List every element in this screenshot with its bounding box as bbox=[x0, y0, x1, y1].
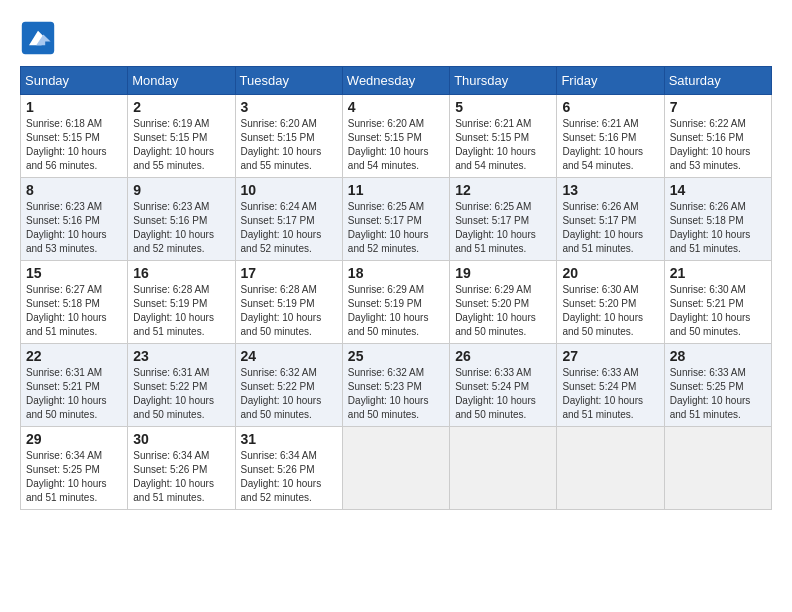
day-info: Sunrise: 6:18 AM Sunset: 5:15 PM Dayligh… bbox=[26, 117, 122, 173]
day-info: Sunrise: 6:34 AM Sunset: 5:25 PM Dayligh… bbox=[26, 449, 122, 505]
calendar-week-3: 15Sunrise: 6:27 AM Sunset: 5:18 PM Dayli… bbox=[21, 261, 772, 344]
day-info: Sunrise: 6:29 AM Sunset: 5:20 PM Dayligh… bbox=[455, 283, 551, 339]
day-info: Sunrise: 6:19 AM Sunset: 5:15 PM Dayligh… bbox=[133, 117, 229, 173]
calendar-week-2: 8Sunrise: 6:23 AM Sunset: 5:16 PM Daylig… bbox=[21, 178, 772, 261]
day-number: 29 bbox=[26, 431, 122, 447]
weekday-header-row: SundayMondayTuesdayWednesdayThursdayFrid… bbox=[21, 67, 772, 95]
day-number: 9 bbox=[133, 182, 229, 198]
day-number: 22 bbox=[26, 348, 122, 364]
calendar-day-28: 28Sunrise: 6:33 AM Sunset: 5:25 PM Dayli… bbox=[664, 344, 771, 427]
day-info: Sunrise: 6:20 AM Sunset: 5:15 PM Dayligh… bbox=[348, 117, 444, 173]
day-number: 7 bbox=[670, 99, 766, 115]
day-number: 20 bbox=[562, 265, 658, 281]
calendar-day-24: 24Sunrise: 6:32 AM Sunset: 5:22 PM Dayli… bbox=[235, 344, 342, 427]
calendar-day-25: 25Sunrise: 6:32 AM Sunset: 5:23 PM Dayli… bbox=[342, 344, 449, 427]
calendar-day-6: 6Sunrise: 6:21 AM Sunset: 5:16 PM Daylig… bbox=[557, 95, 664, 178]
day-number: 5 bbox=[455, 99, 551, 115]
calendar-day-7: 7Sunrise: 6:22 AM Sunset: 5:16 PM Daylig… bbox=[664, 95, 771, 178]
day-info: Sunrise: 6:32 AM Sunset: 5:23 PM Dayligh… bbox=[348, 366, 444, 422]
calendar-day-21: 21Sunrise: 6:30 AM Sunset: 5:21 PM Dayli… bbox=[664, 261, 771, 344]
day-info: Sunrise: 6:20 AM Sunset: 5:15 PM Dayligh… bbox=[241, 117, 337, 173]
empty-cell bbox=[664, 427, 771, 510]
day-number: 1 bbox=[26, 99, 122, 115]
day-number: 23 bbox=[133, 348, 229, 364]
weekday-sunday: Sunday bbox=[21, 67, 128, 95]
empty-cell bbox=[557, 427, 664, 510]
logo-icon bbox=[20, 20, 56, 56]
weekday-saturday: Saturday bbox=[664, 67, 771, 95]
weekday-thursday: Thursday bbox=[450, 67, 557, 95]
day-number: 17 bbox=[241, 265, 337, 281]
day-info: Sunrise: 6:30 AM Sunset: 5:21 PM Dayligh… bbox=[670, 283, 766, 339]
empty-cell bbox=[450, 427, 557, 510]
calendar-day-27: 27Sunrise: 6:33 AM Sunset: 5:24 PM Dayli… bbox=[557, 344, 664, 427]
calendar-day-26: 26Sunrise: 6:33 AM Sunset: 5:24 PM Dayli… bbox=[450, 344, 557, 427]
day-info: Sunrise: 6:31 AM Sunset: 5:21 PM Dayligh… bbox=[26, 366, 122, 422]
day-number: 4 bbox=[348, 99, 444, 115]
day-info: Sunrise: 6:26 AM Sunset: 5:18 PM Dayligh… bbox=[670, 200, 766, 256]
day-number: 21 bbox=[670, 265, 766, 281]
day-number: 11 bbox=[348, 182, 444, 198]
calendar-day-22: 22Sunrise: 6:31 AM Sunset: 5:21 PM Dayli… bbox=[21, 344, 128, 427]
calendar-header: SundayMondayTuesdayWednesdayThursdayFrid… bbox=[21, 67, 772, 95]
empty-cell bbox=[342, 427, 449, 510]
day-info: Sunrise: 6:33 AM Sunset: 5:24 PM Dayligh… bbox=[562, 366, 658, 422]
day-info: Sunrise: 6:23 AM Sunset: 5:16 PM Dayligh… bbox=[133, 200, 229, 256]
day-number: 12 bbox=[455, 182, 551, 198]
day-info: Sunrise: 6:27 AM Sunset: 5:18 PM Dayligh… bbox=[26, 283, 122, 339]
calendar-day-13: 13Sunrise: 6:26 AM Sunset: 5:17 PM Dayli… bbox=[557, 178, 664, 261]
calendar-day-19: 19Sunrise: 6:29 AM Sunset: 5:20 PM Dayli… bbox=[450, 261, 557, 344]
day-info: Sunrise: 6:28 AM Sunset: 5:19 PM Dayligh… bbox=[241, 283, 337, 339]
day-number: 27 bbox=[562, 348, 658, 364]
day-number: 24 bbox=[241, 348, 337, 364]
day-info: Sunrise: 6:31 AM Sunset: 5:22 PM Dayligh… bbox=[133, 366, 229, 422]
day-number: 10 bbox=[241, 182, 337, 198]
calendar-day-14: 14Sunrise: 6:26 AM Sunset: 5:18 PM Dayli… bbox=[664, 178, 771, 261]
day-info: Sunrise: 6:33 AM Sunset: 5:24 PM Dayligh… bbox=[455, 366, 551, 422]
day-info: Sunrise: 6:28 AM Sunset: 5:19 PM Dayligh… bbox=[133, 283, 229, 339]
calendar-day-20: 20Sunrise: 6:30 AM Sunset: 5:20 PM Dayli… bbox=[557, 261, 664, 344]
day-number: 8 bbox=[26, 182, 122, 198]
calendar-day-11: 11Sunrise: 6:25 AM Sunset: 5:17 PM Dayli… bbox=[342, 178, 449, 261]
day-info: Sunrise: 6:25 AM Sunset: 5:17 PM Dayligh… bbox=[348, 200, 444, 256]
calendar-day-8: 8Sunrise: 6:23 AM Sunset: 5:16 PM Daylig… bbox=[21, 178, 128, 261]
calendar-day-1: 1Sunrise: 6:18 AM Sunset: 5:15 PM Daylig… bbox=[21, 95, 128, 178]
day-number: 31 bbox=[241, 431, 337, 447]
page-header bbox=[20, 20, 772, 56]
calendar-day-30: 30Sunrise: 6:34 AM Sunset: 5:26 PM Dayli… bbox=[128, 427, 235, 510]
calendar-day-23: 23Sunrise: 6:31 AM Sunset: 5:22 PM Dayli… bbox=[128, 344, 235, 427]
weekday-tuesday: Tuesday bbox=[235, 67, 342, 95]
day-number: 3 bbox=[241, 99, 337, 115]
day-info: Sunrise: 6:22 AM Sunset: 5:16 PM Dayligh… bbox=[670, 117, 766, 173]
calendar-day-2: 2Sunrise: 6:19 AM Sunset: 5:15 PM Daylig… bbox=[128, 95, 235, 178]
calendar-day-17: 17Sunrise: 6:28 AM Sunset: 5:19 PM Dayli… bbox=[235, 261, 342, 344]
weekday-wednesday: Wednesday bbox=[342, 67, 449, 95]
calendar-day-31: 31Sunrise: 6:34 AM Sunset: 5:26 PM Dayli… bbox=[235, 427, 342, 510]
day-info: Sunrise: 6:30 AM Sunset: 5:20 PM Dayligh… bbox=[562, 283, 658, 339]
calendar-day-5: 5Sunrise: 6:21 AM Sunset: 5:15 PM Daylig… bbox=[450, 95, 557, 178]
day-info: Sunrise: 6:32 AM Sunset: 5:22 PM Dayligh… bbox=[241, 366, 337, 422]
day-info: Sunrise: 6:21 AM Sunset: 5:16 PM Dayligh… bbox=[562, 117, 658, 173]
calendar-day-4: 4Sunrise: 6:20 AM Sunset: 5:15 PM Daylig… bbox=[342, 95, 449, 178]
day-number: 15 bbox=[26, 265, 122, 281]
day-number: 18 bbox=[348, 265, 444, 281]
calendar-week-1: 1Sunrise: 6:18 AM Sunset: 5:15 PM Daylig… bbox=[21, 95, 772, 178]
calendar-day-9: 9Sunrise: 6:23 AM Sunset: 5:16 PM Daylig… bbox=[128, 178, 235, 261]
calendar-day-15: 15Sunrise: 6:27 AM Sunset: 5:18 PM Dayli… bbox=[21, 261, 128, 344]
calendar-day-29: 29Sunrise: 6:34 AM Sunset: 5:25 PM Dayli… bbox=[21, 427, 128, 510]
logo bbox=[20, 20, 60, 56]
calendar-day-16: 16Sunrise: 6:28 AM Sunset: 5:19 PM Dayli… bbox=[128, 261, 235, 344]
day-number: 14 bbox=[670, 182, 766, 198]
day-info: Sunrise: 6:34 AM Sunset: 5:26 PM Dayligh… bbox=[133, 449, 229, 505]
day-number: 19 bbox=[455, 265, 551, 281]
weekday-friday: Friday bbox=[557, 67, 664, 95]
day-info: Sunrise: 6:25 AM Sunset: 5:17 PM Dayligh… bbox=[455, 200, 551, 256]
day-info: Sunrise: 6:21 AM Sunset: 5:15 PM Dayligh… bbox=[455, 117, 551, 173]
day-number: 26 bbox=[455, 348, 551, 364]
day-number: 6 bbox=[562, 99, 658, 115]
day-info: Sunrise: 6:33 AM Sunset: 5:25 PM Dayligh… bbox=[670, 366, 766, 422]
day-number: 25 bbox=[348, 348, 444, 364]
day-number: 13 bbox=[562, 182, 658, 198]
day-info: Sunrise: 6:23 AM Sunset: 5:16 PM Dayligh… bbox=[26, 200, 122, 256]
day-info: Sunrise: 6:34 AM Sunset: 5:26 PM Dayligh… bbox=[241, 449, 337, 505]
